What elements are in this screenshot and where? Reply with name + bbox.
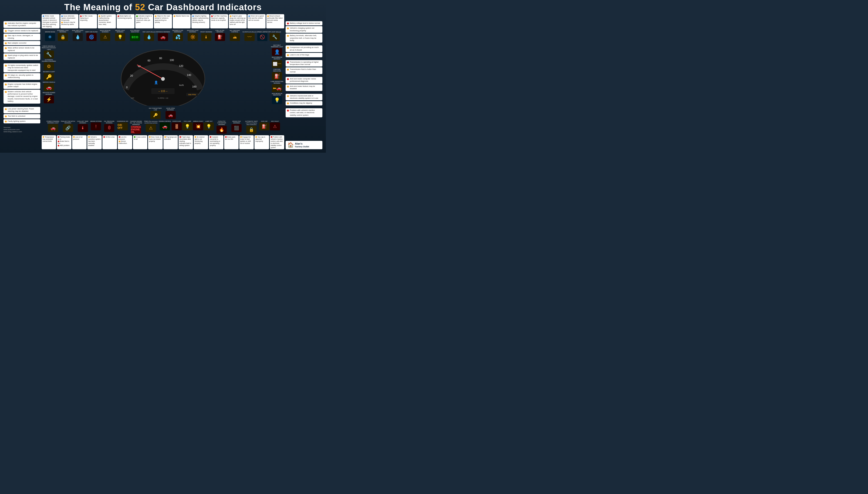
note-eco: Indicates engine is operating close to m… (135, 14, 153, 28)
note-winter: Winter mode activated (vehicle moves in … (42, 14, 60, 28)
note-airbag: If light stays illuminated after startin… (178, 135, 193, 150)
icon-high-beam: HIGH BEAM ON INDICATOR 💡 (270, 93, 284, 104)
ann-lighting-system: Faulty lighting system (3, 119, 40, 124)
keyfob-row: KEY FOB BATTERY LOW 🔑 HOOD OPEN WARNING … (42, 108, 284, 119)
icon-tpms: TPMS (Tire pressure monitoring system) ⚠ (143, 120, 158, 134)
ann-charging-system: Vehicle's charging system not functionin… (286, 26, 322, 33)
icon-lamp-out: LAMP OUT 💡 (204, 120, 214, 134)
svg-text:100: 100 (170, 59, 174, 61)
note-gas-cap: Gas cap is attached improperly (254, 135, 269, 150)
note-steering-lock: Issue detected; system deactivated tempo… (60, 14, 78, 28)
icon-oil-pressure: OIL PRESSURE WARNING 🛢 (102, 120, 116, 134)
icon-distance: DISTANCE WARNING 🚗 (156, 31, 170, 41)
svg-text:km/h: km/h (179, 84, 184, 87)
icon-trailer-tow: TRAILER TOW HITCH WARNING 🔗 (61, 120, 75, 134)
center-dashboard: Winter mode activated (vehicle moves in … (42, 14, 284, 149)
icon-cruise-control: CRUISE CONTROL 🚗 (158, 120, 171, 134)
icon-catalytic-converter: CATALYTIC CONVERTER WARNING 🔥 (214, 120, 229, 134)
ann-compressor: Compressor not providing as much air as … (286, 45, 322, 52)
note-brake-light: Brake lights not functioning properly (117, 14, 135, 28)
icon-def-light: DEF LIGHT (Diesel) 💧 (143, 31, 155, 41)
icon-glow-plug: GLOW PLUG (Diesel) 〰 (243, 31, 256, 41)
icon-rear-defrost: REAR WINDOW DEFROST ⬜〰 (270, 57, 284, 68)
page-title: The Meaning of 52 Car Dashboard Indicato… (3, 2, 322, 12)
left-annotations: Indicates that the engine computer has n… (3, 14, 40, 149)
ann-transmission-fluid-hot: Transmission fluid is hotter than normal (286, 67, 322, 74)
note-cruise: Cruise control is set (133, 135, 147, 150)
icon-rain-light: RAIN AND LIGHT SENSOR 💧 (71, 30, 85, 41)
icon-speed-limiter: SPEED LIMITER 🚫 (257, 31, 268, 41)
icon-fuel-filter: FUEL FILTER WARNING ⛽ (213, 30, 227, 41)
ann-power-steering: Low power steering fluid. Power steering… (3, 107, 40, 114)
ann-abs-feature: Anti-lock brake feature may be disabled (286, 84, 322, 91)
ann-battery-terminals: Battery terminals, alternator belt, serp… (286, 34, 322, 43)
svg-text:-- 115 --: -- 115 -- (158, 90, 167, 92)
icon-service-vehicle: SERVICE VEHICLE 🚗 (42, 81, 56, 91)
ann-gas-cap: Gas cap is loose, damaged, or missing (3, 34, 40, 40)
svg-text:👤: 👤 (154, 80, 158, 84)
icon-hood-open: HOOD OPEN WARNING 🚗 (163, 108, 178, 119)
ann-slippery: Conditions may be slippery (286, 101, 322, 105)
note-adaptive: Adaptive lighting system malfunctioning … (191, 14, 209, 28)
ann-oxygen-sensor: Oxygen sensor needs to be replaced (3, 28, 40, 33)
icon-washer-fluid: WASHER FLUID REMINDER 💦 (171, 30, 185, 41)
note-glow-plug: Engine's glow plugs are warming up; engi… (229, 14, 247, 28)
icon-brake-system: BRAKE SYSTEM ! (91, 120, 102, 134)
svg-point-12 (161, 77, 165, 81)
sources-area: Sources: www.autozone.com www.blog.caasc… (3, 127, 40, 133)
note-shift-lock: Engage the brake to start ignition or sh… (239, 135, 254, 150)
icon-auto-gearbox: AUTOMATIC GEARBOX WARNING ⚙ (42, 59, 56, 71)
note-brake-pad: Brake pads are too thin (224, 135, 238, 150)
icon-hill-descent: HILL DESCENT CONTROL ⛰ (228, 30, 242, 41)
note-oil-pressure: Loss of oil pressure (72, 135, 86, 150)
icon-dirty-air: DIRTY AIR FILTER 🌀 (85, 31, 98, 41)
icon-keyfob: KEY FOB BATTERY LOW 🔑 (148, 108, 163, 119)
svg-text:80: 80 (159, 57, 162, 60)
icon-change-oil: CHANGE ENGINE OIL / OIL CHANGE REMINDER … (129, 120, 143, 134)
icon-rear-spoiler: REAR SPOILER WARNING ⚠ (98, 30, 112, 41)
logo-icon: 🏠 (288, 142, 294, 148)
logo-area: 🏠 Alan's Factory Outlet (286, 141, 322, 149)
left-mid-icons: CHECK ENGINE (or Malfunction Indicator L… (42, 45, 56, 103)
svg-text:20: 20 (130, 74, 133, 77)
icon-coolant-temp: COOLANT TEMP WARNING 🌡 (76, 120, 90, 134)
ann-ignition: If it lights momentarily, ignition switc… (3, 63, 40, 72)
icon-gas-cap: GAS CAP ⛽ (259, 120, 269, 134)
ann-engine-power: Engine computer has limited engine power… (3, 82, 40, 89)
icon-airbag-fault: AIRBAG FAULT 💥 (193, 120, 203, 134)
icon-low-fuel: LOW FUEL INDICATOR ⛽ (270, 69, 284, 80)
note-overdrive: Vehicle's overdrive system has been manu… (87, 135, 102, 150)
svg-text:160: 160 (192, 85, 196, 88)
ann-tow-hitch: Tow hitch is unlocked (3, 114, 40, 118)
ann-transmission-temp: Transmission is operating at higher temp… (286, 60, 322, 67)
note-washer: Washer fluid is low (173, 14, 191, 28)
speedometer-area: 0 20 40 60 80 100 120 140 160 km/h (57, 43, 269, 106)
icon-door-ajar: DOOR AJAR 🚪 (172, 120, 182, 134)
icon-reduced-power: REDUCED POWER WARNING ⚡ (42, 92, 56, 103)
bottom-notes-row: Temperature has exceeded normal limits P… (42, 135, 284, 150)
icon-esc-fault: ESC FAULT ⚠ (270, 120, 280, 134)
ann-check-engine: Indicates that the engine computer has n… (3, 21, 40, 28)
icon-security-alert: SECURITY ALERT 🔑 (42, 71, 56, 81)
svg-text:120: 120 (179, 64, 183, 67)
ann-battery-voltage: Battery voltage level is below normal (286, 21, 322, 25)
note-distance: Object in the road ahead of vehicle is a… (154, 14, 172, 28)
note-catalytic: Catalytic converter is overheating or no… (209, 135, 223, 150)
icon-check-engine: CHECK ENGINE (or Malfunction Indicator L… (42, 45, 56, 58)
right-annotations: Battery voltage level is below normal Ve… (286, 14, 322, 149)
icon-brake-light: BRAKE LIGHT WARNING 💡 (113, 30, 127, 41)
ann-esc-problem: Problem with vehicle's traction control,… (286, 108, 322, 117)
icon-eco: ECO DRIVING INDICATOR ECO (128, 30, 142, 41)
note-oil-life: Oil life is low (102, 135, 117, 150)
logo-text: Alan's Factory Outlet (295, 142, 309, 148)
icon-adaptive-light: ADAPTIVE LIGHT WARNING 🔆 (186, 30, 200, 41)
note-door: Door, hood, or trunk not closed properly (148, 135, 162, 150)
ann-air-bag-leak: Leak in one of the bags (286, 53, 322, 57)
note-spoiler: Spoiler system malfunctioning (loose/bro… (98, 14, 116, 28)
mid-section: CHECK ENGINE (or Malfunction Indicator L… (42, 43, 284, 106)
speedometer-svg: 0 20 40 60 80 100 120 140 160 km/h (119, 43, 207, 106)
note-lamp-out: An exterior light is not functioning pro… (194, 135, 208, 150)
ann-spark-plugs: Spark plugs or plug wires need to be rep… (3, 53, 40, 60)
icon-dpf: DPF LIGHT (Diesel) 🔧 (268, 31, 281, 41)
svg-text:140: 140 (187, 74, 191, 76)
